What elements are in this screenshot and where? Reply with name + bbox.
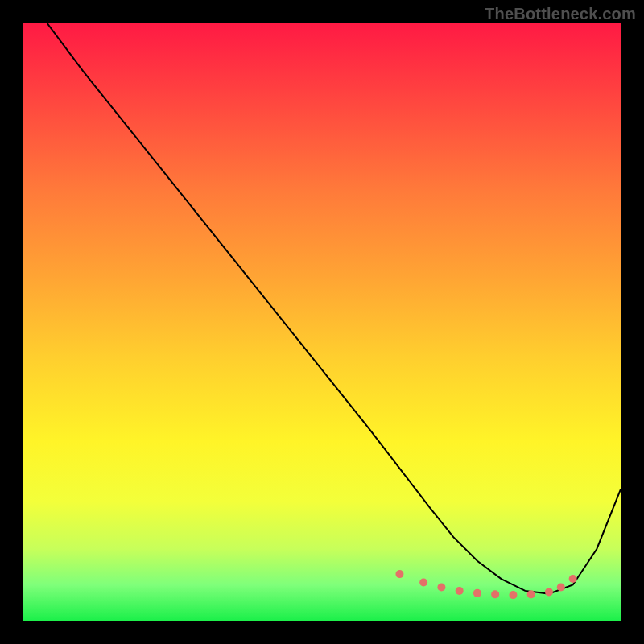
curve-marker (569, 575, 577, 583)
marker-group (395, 570, 576, 599)
chart-frame: TheBottleneck.com (0, 0, 644, 644)
curve-marker (395, 570, 403, 578)
curve-marker (456, 587, 464, 595)
curve-marker (419, 579, 427, 587)
curve-marker (527, 590, 535, 598)
plot-area (23, 23, 621, 621)
curve-marker (491, 590, 499, 598)
curve-marker (509, 591, 517, 599)
chart-svg (23, 23, 621, 621)
curve-marker (557, 583, 565, 591)
curve-marker (437, 583, 445, 591)
watermark-text: TheBottleneck.com (485, 5, 636, 23)
curve-marker (545, 588, 553, 596)
curve-line (47, 23, 621, 594)
curve-marker (473, 589, 481, 597)
